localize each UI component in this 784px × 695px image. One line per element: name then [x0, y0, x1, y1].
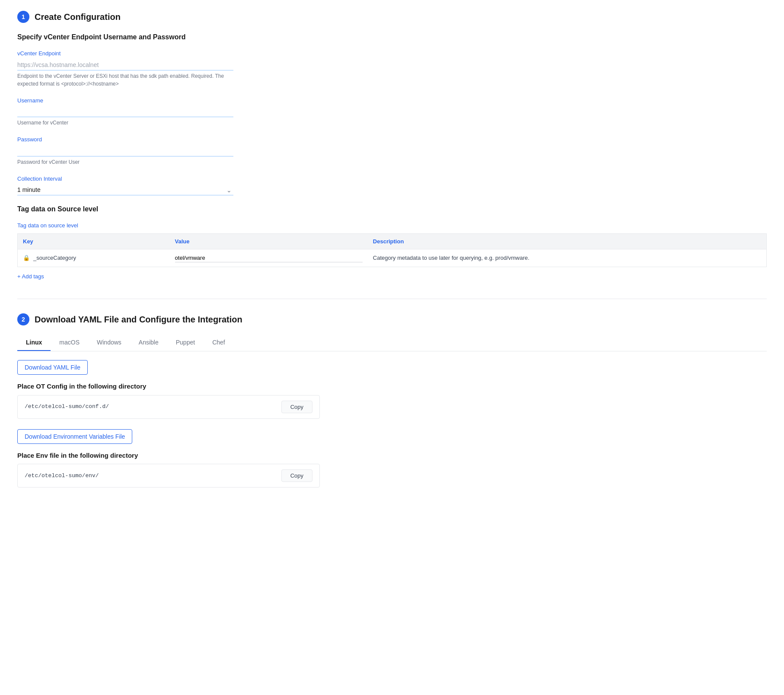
tab-chef[interactable]: Chef: [204, 335, 234, 351]
collection-interval-group: Collection Interval 1 minute 5 minutes 1…: [17, 175, 233, 196]
download-yaml-button[interactable]: Download YAML File: [17, 360, 88, 375]
section-2-content: Linux macOS Windows Ansible Puppet Chef …: [17, 335, 767, 488]
step-2-badge: 2: [17, 313, 29, 325]
section-2: 2 Download YAML File and Configure the I…: [17, 313, 767, 488]
env-file-section: Place Env file in the following director…: [17, 451, 767, 488]
table-row: 🔒 _sourceCategory Category metadata to u…: [18, 249, 767, 267]
password-label: Password: [17, 135, 233, 144]
collection-interval-select[interactable]: 1 minute 5 minutes 10 minutes 30 minutes: [17, 185, 233, 195]
section-1-title: Create Configuration: [35, 10, 121, 23]
ot-config-label: Place OT Config in the following directo…: [17, 382, 767, 392]
vcenter-endpoint-hint: Endpoint to the vCenter Server or ESXi h…: [17, 72, 233, 88]
copy-env-file-button[interactable]: Copy: [281, 469, 312, 482]
env-file-path: /etc/otelcol-sumo/env/: [25, 472, 281, 480]
col-key: Key: [18, 233, 170, 249]
copy-ot-config-button[interactable]: Copy: [281, 401, 312, 413]
password-input[interactable]: [17, 146, 233, 156]
section-1-header: 1 Create Configuration: [17, 10, 767, 23]
add-tags-button[interactable]: + Add tags: [17, 271, 44, 281]
download-env-button[interactable]: Download Environment Variables File: [17, 429, 132, 444]
description-cell: Category metadata to use later for query…: [368, 249, 767, 267]
value-cell: [170, 249, 368, 267]
section-divider: [17, 299, 767, 299]
tab-windows[interactable]: Windows: [88, 335, 130, 351]
username-input[interactable]: [17, 106, 233, 117]
tag-section: Tag data on Source level Tag data on sou…: [17, 204, 767, 281]
username-hint: Username for vCenter: [17, 119, 233, 127]
step-1-badge: 1: [17, 11, 29, 23]
tag-table: Key Value Description 🔒 _sourceCategory: [17, 233, 767, 268]
tag-section-title: Tag data on Source level: [17, 204, 767, 214]
os-tabs: Linux macOS Windows Ansible Puppet Chef: [17, 335, 767, 351]
username-label: Username: [17, 96, 233, 105]
col-value: Value: [170, 233, 368, 249]
tab-puppet[interactable]: Puppet: [167, 335, 204, 351]
vcenter-endpoint-label: vCenter Endpoint: [17, 49, 233, 58]
ot-config-box: /etc/otelcol-sumo/conf.d/ Copy: [17, 395, 320, 419]
section-2-title: Download YAML File and Configure the Int…: [35, 313, 242, 326]
password-hint: Password for vCenter User: [17, 158, 233, 166]
env-file-label: Place Env file in the following director…: [17, 451, 767, 461]
tab-macos[interactable]: macOS: [51, 335, 88, 351]
tab-linux[interactable]: Linux: [17, 335, 51, 351]
subsection-title: Specify vCenter Endpoint Username and Pa…: [17, 32, 767, 42]
username-group: Username Username for vCenter: [17, 96, 233, 127]
tag-section-label: Tag data on source level: [17, 221, 767, 230]
key-value: _sourceCategory: [33, 254, 76, 262]
env-file-box: /etc/otelcol-sumo/env/ Copy: [17, 464, 320, 488]
password-group: Password Password for vCenter User: [17, 135, 233, 166]
col-description: Description: [368, 233, 767, 249]
collection-interval-wrapper: 1 minute 5 minutes 10 minutes 30 minutes…: [17, 185, 233, 195]
vcenter-endpoint-group: vCenter Endpoint Endpoint to the vCenter…: [17, 49, 233, 88]
key-cell: 🔒 _sourceCategory: [18, 249, 170, 267]
value-input[interactable]: [175, 254, 363, 262]
ot-config-section: Place OT Config in the following directo…: [17, 382, 767, 419]
section-2-header: 2 Download YAML File and Configure the I…: [17, 313, 767, 326]
ot-config-path: /etc/otelcol-sumo/conf.d/: [25, 402, 281, 411]
lock-icon: 🔒: [23, 254, 30, 262]
vcenter-endpoint-input[interactable]: [17, 60, 233, 70]
section-1: 1 Create Configuration Specify vCenter E…: [17, 10, 767, 281]
collection-interval-label: Collection Interval: [17, 175, 233, 183]
tab-ansible[interactable]: Ansible: [130, 335, 167, 351]
